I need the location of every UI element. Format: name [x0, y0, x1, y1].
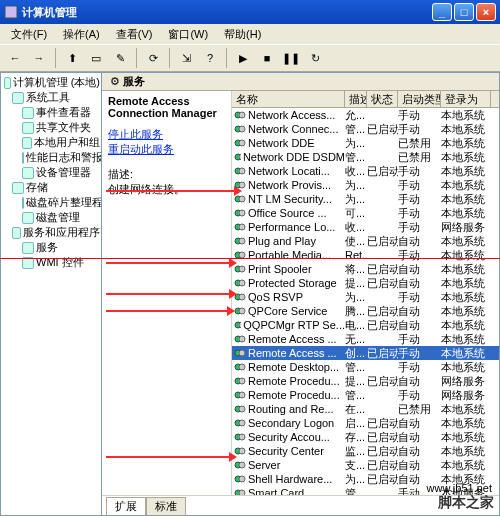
service-logon: 本地系统: [441, 346, 491, 361]
menu-item[interactable]: 操作(A): [56, 25, 107, 44]
service-row[interactable]: Portable Media...Ret...手动本地系统: [232, 248, 499, 262]
window-title: 计算机管理: [22, 5, 432, 20]
service-row[interactable]: Network Connec...管...已启动手动本地系统: [232, 122, 499, 136]
folder-icon: [22, 197, 24, 209]
svg-point-42: [239, 392, 245, 398]
tree-item[interactable]: 服务和应用程序: [2, 225, 100, 240]
service-row[interactable]: QPCore Service腾...已启动自动本地系统: [232, 304, 499, 318]
stop-service-link[interactable]: 停止此服务: [108, 127, 225, 142]
service-desc: 腾...: [345, 304, 367, 319]
service-row[interactable]: Network Access...允...手动本地系统: [232, 108, 499, 122]
service-desc: 可...: [345, 206, 367, 221]
pause-button[interactable]: ❚❚: [280, 47, 302, 69]
tree-item[interactable]: 计算机管理 (本地): [2, 75, 100, 90]
service-row[interactable]: Plug and Play使...已启动自动本地系统: [232, 234, 499, 248]
start-button[interactable]: ▶: [232, 47, 254, 69]
service-row[interactable]: QoS RSVP为...手动本地系统: [232, 290, 499, 304]
service-row[interactable]: Remote Access ...无...手动本地系统: [232, 332, 499, 346]
titlebar[interactable]: 计算机管理 _ □ ×: [0, 0, 500, 24]
folder-icon: [12, 227, 21, 239]
col-logon[interactable]: 登录为: [441, 91, 491, 107]
service-name: Network Connec...: [248, 123, 338, 135]
service-desc: 为...: [345, 178, 367, 193]
pane-heading: 服务: [123, 74, 145, 89]
service-logon: 本地系统: [441, 136, 491, 151]
service-row[interactable]: QQPCMgr RTP Se...电...已启动自动本地系统: [232, 318, 499, 332]
close-button[interactable]: ×: [476, 3, 496, 21]
service-desc: 无...: [345, 332, 367, 347]
show-pane-button[interactable]: ▭: [85, 47, 107, 69]
service-row[interactable]: Performance Lo...收...手动网络服务: [232, 220, 499, 234]
service-row[interactable]: Network Locati...收...已启动手动本地系统: [232, 164, 499, 178]
service-startup: 手动: [398, 346, 441, 361]
service-name: Network DDE: [248, 137, 315, 149]
service-logon: 本地系统: [441, 150, 491, 165]
service-desc: 提...: [345, 276, 367, 291]
properties-button[interactable]: ✎: [109, 47, 131, 69]
back-button[interactable]: ←: [4, 47, 26, 69]
service-row[interactable]: Security Accou...存...已启动自动本地系统: [232, 430, 499, 444]
service-row[interactable]: NT LM Security...为...手动本地系统: [232, 192, 499, 206]
tree-item[interactable]: 本地用户和组: [2, 135, 100, 150]
export-button[interactable]: ⇲: [175, 47, 197, 69]
service-row[interactable]: Print Spooler将...已启动自动本地系统: [232, 262, 499, 276]
tree-item[interactable]: 设备管理器: [2, 165, 100, 180]
col-desc[interactable]: 描述: [345, 91, 367, 107]
service-status: 已启动: [367, 122, 398, 137]
help-button[interactable]: ?: [199, 47, 221, 69]
folder-icon: [22, 242, 34, 254]
service-row[interactable]: Security Center监...已启动自动本地系统: [232, 444, 499, 458]
menu-item[interactable]: 文件(F): [4, 25, 54, 44]
tree-label: 服务: [36, 240, 58, 255]
service-row[interactable]: Protected Storage提...已启动自动本地系统: [232, 276, 499, 290]
menu-item[interactable]: 帮助(H): [217, 25, 268, 44]
forward-button[interactable]: →: [28, 47, 50, 69]
service-row[interactable]: Network DDE DSDM管...已禁用本地系统: [232, 150, 499, 164]
service-row[interactable]: Secondary Logon启...已启动自动本地系统: [232, 416, 499, 430]
tree-item[interactable]: 系统工具: [2, 90, 100, 105]
col-status[interactable]: 状态: [367, 91, 398, 107]
tree-item[interactable]: 共享文件夹: [2, 120, 100, 135]
tree-item[interactable]: 性能日志和警报: [2, 150, 100, 165]
service-row[interactable]: Office Source ...可...手动本地系统: [232, 206, 499, 220]
svg-point-40: [239, 378, 245, 384]
service-row[interactable]: Remote Desktop...管...手动本地系统: [232, 360, 499, 374]
maximize-button[interactable]: □: [454, 3, 474, 21]
stop-button[interactable]: ■: [256, 47, 278, 69]
service-name: Routing and Re...: [248, 403, 334, 415]
annotation-arrow: [106, 310, 229, 312]
service-row[interactable]: Remote Access ...创...已启动手动本地系统: [232, 346, 499, 360]
restart-button[interactable]: ↻: [304, 47, 326, 69]
service-status: 已启动: [367, 276, 398, 291]
col-start[interactable]: 启动类型: [398, 91, 441, 107]
tree-item[interactable]: 服务: [2, 240, 100, 255]
tree-item[interactable]: 事件查看器: [2, 105, 100, 120]
restart-service-link[interactable]: 重启动此服务: [108, 142, 225, 157]
service-row[interactable]: Remote Procedu...提...已启动自动网络服务: [232, 374, 499, 388]
tree-item[interactable]: 存储: [2, 180, 100, 195]
column-headers[interactable]: 名称 描述 状态 启动类型 登录为: [232, 91, 499, 108]
tree-item[interactable]: 磁盘碎片整理程序: [2, 195, 100, 210]
service-row[interactable]: Network Provis...为...手动本地系统: [232, 178, 499, 192]
refresh-button[interactable]: ⟳: [142, 47, 164, 69]
svg-point-32: [239, 322, 241, 328]
service-desc: 为...: [345, 290, 367, 305]
up-button[interactable]: ⬆: [61, 47, 83, 69]
tree-item[interactable]: 磁盘管理: [2, 210, 100, 225]
tab-extended[interactable]: 扩展: [106, 497, 146, 515]
service-row[interactable]: Routing and Re...在...已禁用本地系统: [232, 402, 499, 416]
minimize-button[interactable]: _: [432, 3, 452, 21]
service-row[interactable]: Network DDE为...已禁用本地系统: [232, 136, 499, 150]
service-name: Remote Access ...: [248, 347, 337, 359]
service-row[interactable]: Server支...已启动自动本地系统: [232, 458, 499, 472]
tree-pane[interactable]: 计算机管理 (本地)系统工具事件查看器共享文件夹本地用户和组性能日志和警报设备管…: [0, 72, 102, 516]
tab-standard[interactable]: 标准: [146, 497, 186, 515]
col-name[interactable]: 名称: [232, 91, 345, 107]
menu-item[interactable]: 窗口(W): [161, 25, 215, 44]
menu-item[interactable]: 查看(V): [109, 25, 160, 44]
service-desc: 在...: [345, 402, 367, 417]
services-list[interactable]: 名称 描述 状态 启动类型 登录为 Network Access...允...手…: [232, 91, 499, 495]
svg-point-2: [239, 112, 245, 118]
service-row[interactable]: Remote Procedu...管...手动网络服务: [232, 388, 499, 402]
service-status: 已启动: [367, 346, 398, 361]
